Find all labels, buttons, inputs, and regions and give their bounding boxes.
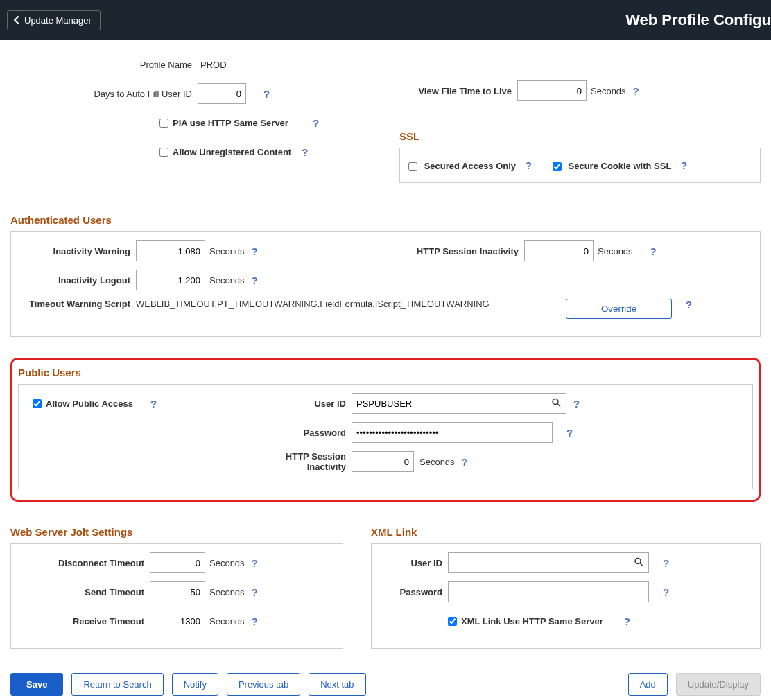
help-icon[interactable]: ? [252, 245, 258, 257]
disconnect-timeout-input[interactable] [150, 552, 205, 573]
svg-point-0 [553, 399, 558, 405]
http-inactivity-input[interactable] [524, 240, 594, 261]
send-timeout-input[interactable] [150, 581, 205, 602]
xml-title: XML Link [371, 526, 761, 538]
seconds-label: Seconds [209, 587, 245, 597]
return-to-search-button[interactable]: Return to Search [71, 673, 163, 696]
help-icon[interactable]: ? [681, 159, 687, 171]
receive-timeout-input[interactable] [150, 611, 205, 631]
jolt-title: Web Server Jolt Settings [10, 526, 343, 538]
top-banner: Update Manager Web Profile Configu [0, 0, 771, 40]
help-icon[interactable]: ? [252, 274, 258, 286]
pia-same-server-checkbox[interactable] [159, 119, 168, 128]
seconds-label: Seconds [419, 457, 455, 467]
back-button[interactable]: Update Manager [7, 10, 101, 30]
ssl-section-title: SSL [399, 130, 761, 142]
public-users-box: Allow Public Access ? User ID ? [18, 384, 753, 489]
inactivity-logout-input[interactable] [136, 270, 205, 290]
notify-button[interactable]: Notify [172, 673, 218, 696]
footer-toolbar: Save Return to Search Notify Previous ta… [0, 663, 771, 700]
allow-unregistered-label: Allow Unregistered Content [173, 147, 291, 157]
help-icon[interactable]: ? [150, 398, 157, 410]
add-button[interactable]: Add [628, 673, 668, 696]
public-password-input[interactable] [352, 422, 553, 443]
help-icon[interactable]: ? [462, 456, 468, 468]
public-userid-input[interactable] [352, 393, 566, 414]
public-users-highlight: Public Users Allow Public Access ? User … [10, 358, 761, 502]
inactivity-warning-label: Inactivity Warning [18, 246, 136, 256]
help-icon[interactable]: ? [526, 159, 532, 171]
svg-point-2 [635, 559, 641, 564]
svg-line-3 [640, 563, 643, 566]
public-userid-label: User ID [248, 399, 352, 409]
next-tab-button[interactable]: Next tab [309, 673, 365, 696]
xml-password-input[interactable] [448, 581, 649, 602]
help-icon[interactable]: ? [663, 557, 669, 569]
help-icon[interactable]: ? [252, 586, 258, 598]
profile-name-label: Profile Name [10, 60, 198, 70]
help-icon[interactable]: ? [252, 557, 258, 569]
help-icon[interactable]: ? [650, 245, 657, 257]
help-icon[interactable]: ? [624, 615, 630, 627]
view-file-ttl-input[interactable] [517, 80, 587, 101]
public-users-title: Public Users [18, 367, 753, 378]
secure-cookie-label: Secure Cookie with SSL [569, 161, 672, 171]
xml-same-server-label: XML Link Use HTTP Same Server [461, 616, 603, 627]
help-icon[interactable]: ? [302, 146, 308, 158]
help-icon[interactable]: ? [566, 427, 573, 439]
timeout-script-value: WEBLIB_TIMEOUT.PT_TIMEOUTWARNING.FieldFo… [136, 299, 566, 309]
inactivity-logout-label: Inactivity Logout [18, 275, 136, 286]
seconds-label: Seconds [209, 558, 245, 568]
public-http-inactivity-input[interactable] [352, 451, 414, 472]
help-icon[interactable]: ? [686, 299, 692, 310]
help-icon[interactable]: ? [663, 586, 669, 598]
svg-line-1 [557, 404, 560, 407]
lookup-icon[interactable] [551, 398, 561, 410]
help-icon[interactable]: ? [313, 117, 319, 129]
save-button[interactable]: Save [10, 673, 63, 696]
help-icon[interactable]: ? [263, 88, 270, 100]
xml-password-label: Password [379, 587, 448, 597]
ssl-box: Secured Access Only ? Secure Cookie with… [399, 148, 761, 183]
seconds-label: Seconds [209, 616, 245, 627]
public-http-inactivity-label: HTTP Session Inactivity [248, 451, 352, 472]
disconnect-timeout-label: Disconnect Timeout [18, 558, 150, 568]
auth-users-title: Authenticated Users [10, 214, 761, 226]
xml-userid-label: User ID [379, 558, 448, 568]
seconds-label: Seconds [209, 275, 245, 286]
seconds-label: Seconds [598, 246, 633, 256]
secured-access-label: Secured Access Only [424, 161, 516, 171]
auth-users-box: Inactivity Warning Seconds ? Inactivity … [10, 231, 761, 337]
xml-userid-input[interactable] [448, 552, 649, 573]
days-autofill-input[interactable] [198, 83, 246, 104]
help-icon[interactable]: ? [633, 85, 639, 97]
allow-public-access-checkbox[interactable] [33, 399, 42, 408]
page-title: Web Profile Configu [625, 11, 771, 29]
lookup-icon[interactable] [634, 557, 643, 569]
profile-name-value: PROD [198, 60, 227, 70]
timeout-script-label: Timeout Warning Script [18, 299, 136, 309]
inactivity-warning-input[interactable] [136, 240, 205, 261]
secure-cookie-checkbox[interactable] [553, 162, 562, 171]
previous-tab-button[interactable]: Previous tab [227, 673, 300, 696]
allow-unregistered-checkbox[interactable] [159, 148, 168, 157]
secured-access-checkbox[interactable] [408, 162, 417, 171]
override-button[interactable]: Override [566, 299, 672, 319]
send-timeout-label: Send Timeout [18, 587, 150, 597]
xml-box: User ID ? Password ? [371, 543, 761, 649]
allow-public-access-label: Allow Public Access [46, 399, 133, 409]
view-file-ttl-label: View File Time to Live [399, 86, 517, 96]
help-icon[interactable]: ? [252, 615, 258, 627]
back-button-label: Update Manager [24, 15, 92, 26]
days-autofill-label: Days to Auto Fill User ID [10, 89, 198, 99]
seconds-label: Seconds [591, 86, 626, 96]
seconds-label: Seconds [209, 246, 245, 256]
chevron-left-icon [12, 15, 21, 25]
update-display-button[interactable]: Update/Display [676, 673, 761, 696]
jolt-box: Disconnect Timeout Seconds ? Send Timeou… [10, 543, 343, 649]
pia-same-server-label: PIA use HTTP Same Server [173, 118, 288, 128]
public-password-label: Password [248, 428, 352, 438]
http-inactivity-label: HTTP Session Inactivity [386, 246, 524, 256]
xml-same-server-checkbox[interactable] [448, 617, 457, 626]
help-icon[interactable]: ? [573, 398, 580, 410]
